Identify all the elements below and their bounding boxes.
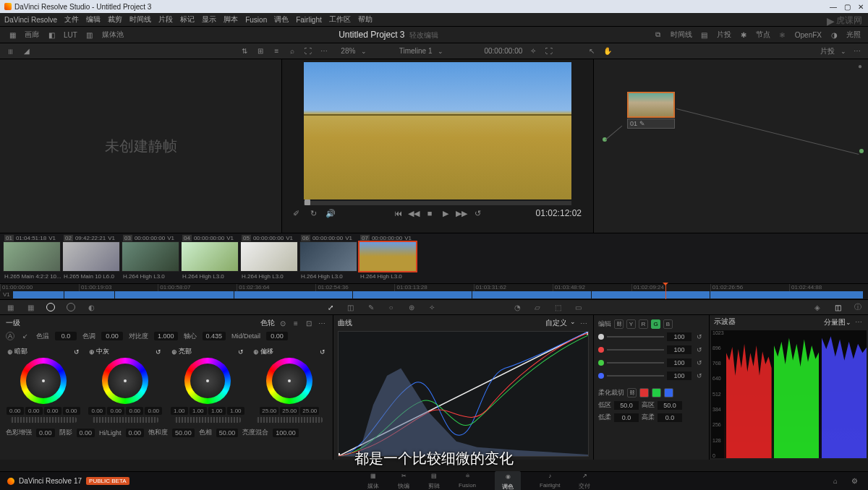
info-tab[interactable]: ⓘ	[848, 300, 868, 314]
softclip-b[interactable]	[664, 388, 673, 397]
reset-icon[interactable]: ↺	[694, 358, 705, 368]
window-close-icon[interactable]: ✕	[858, 3, 864, 11]
channel-y[interactable]: Y	[626, 319, 636, 329]
expand-icon[interactable]: ⛶	[303, 46, 313, 56]
scopes-tab[interactable]: ◫	[827, 300, 848, 314]
viewer-image[interactable]	[304, 62, 571, 199]
scopes-mode[interactable]: 分量图	[824, 318, 846, 326]
camera-raw-tab[interactable]: ▦	[0, 300, 20, 314]
timeline-segment[interactable]	[64, 291, 116, 298]
page-交付[interactable]: ↗交付	[579, 471, 590, 491]
play-icon[interactable]: ▶	[441, 208, 451, 218]
keyframe-tab[interactable]: ◈	[807, 300, 827, 314]
primaries-mode[interactable]: 色轮	[260, 318, 275, 328]
softclip-high[interactable]	[658, 401, 682, 410]
tab-gallery[interactable]: 画廊	[25, 30, 39, 40]
menu-Fusion[interactable]: Fusion	[245, 16, 267, 24]
nodes-icon[interactable]: ✱	[739, 30, 749, 40]
search-icon[interactable]: ⌕	[287, 46, 297, 56]
menu-编辑[interactable]: 编辑	[86, 14, 101, 25]
stereo-tab[interactable]: ▭	[568, 300, 588, 314]
curves-tab[interactable]: ⤢	[320, 300, 341, 314]
node-output-icon[interactable]	[859, 149, 864, 153]
node-options-icon[interactable]: ⋯	[852, 46, 862, 56]
param-饱和度[interactable]: 50.00	[172, 429, 195, 437]
openfx-icon[interactable]: ⚛	[778, 30, 788, 40]
zoom-level[interactable]: 28%	[341, 47, 355, 55]
softclip-g[interactable]	[652, 388, 661, 397]
window-minimize-icon[interactable]: —	[830, 3, 837, 11]
channel-b[interactable]: B	[663, 319, 673, 329]
rgb-mixer-tab[interactable]: ◐	[81, 300, 101, 314]
color-match-tab[interactable]: ▦	[20, 300, 41, 314]
window-maximize-icon[interactable]: ▢	[844, 3, 851, 11]
step-back-icon[interactable]: ◀◀	[409, 208, 419, 218]
clip-thumb[interactable]: 0700:00:00:00V1H.264 High L3.0	[359, 235, 417, 280]
wheel-暗部[interactable]: ⊕暗部↺0.000.000.000.00	[7, 347, 80, 425]
panel-options-icon[interactable]: ⋯	[317, 318, 327, 328]
page-剪辑[interactable]: ▤剪辑	[428, 471, 440, 491]
page-媒体[interactable]: ▦媒体	[367, 471, 379, 491]
menu-文件[interactable]: 文件	[64, 14, 79, 25]
primaries-tab[interactable]	[41, 300, 61, 314]
loop-play-icon[interactable]: ↺	[472, 208, 482, 218]
tracking-tab[interactable]: ⊕	[401, 300, 422, 314]
param-色相[interactable]: 50.00	[216, 429, 239, 437]
thumbnail-timeline[interactable]: 0101:04:51:18V1H.265 Main 4:2:2 10...020…	[0, 233, 868, 283]
color-node[interactable]: 01 ✎	[627, 92, 675, 129]
clip-thumb[interactable]: 0600:00:00:00V1H.264 High L3.0	[299, 235, 357, 280]
viewer-expand-icon[interactable]: ⛶	[544, 46, 554, 56]
reset-icon[interactable]: ↺	[694, 345, 705, 355]
tab-timeline[interactable]: 时间线	[671, 30, 692, 40]
wheel-偏移[interactable]: ⊕偏移↺25.0025.0025.00	[253, 347, 326, 425]
curves-mode[interactable]: 自定义	[545, 318, 567, 328]
clip-thumb[interactable]: 0300:00:00:00V1H.264 High L3.0	[122, 235, 179, 280]
timeline-segment[interactable]	[13, 291, 64, 298]
clip-thumb[interactable]: 0209:42:22:21V1H.265 Main 10 L6.0	[62, 235, 120, 280]
channel-g[interactable]: G	[651, 319, 660, 329]
node-zoom-dot-icon[interactable]: ●	[858, 62, 862, 70]
page-调色[interactable]: ◉调色	[495, 471, 521, 491]
menu-脚本[interactable]: 脚本	[224, 14, 238, 25]
timeline-segment[interactable]	[710, 291, 864, 298]
clip-thumb[interactable]: 0400:00:00:00V1H.264 High L3.0	[181, 235, 239, 280]
tab-openfx[interactable]: OpenFX	[795, 31, 822, 39]
page-Fusion[interactable]: ⚛Fusion	[459, 471, 476, 491]
menu-帮助[interactable]: 帮助	[358, 14, 373, 25]
hand-icon[interactable]: ✋	[603, 46, 613, 56]
loop-icon[interactable]: ↻	[308, 208, 318, 218]
wheel-亮部[interactable]: ⊕亮部↺1.001.001.001.00	[171, 347, 244, 425]
timeline-segment[interactable]	[592, 291, 711, 298]
magic-mask-tab[interactable]: ✧	[422, 300, 442, 314]
clip-thumb[interactable]: 0500:00:00:00V1H.264 High L3.0	[240, 235, 298, 280]
timeline-segment[interactable]	[353, 291, 472, 298]
param-亮度混合[interactable]: 100.00	[273, 429, 299, 437]
node-editor[interactable]: 01 ✎ ●	[593, 59, 868, 233]
clips-icon[interactable]: ▤	[699, 30, 710, 40]
reset-icon[interactable]: ↺	[694, 332, 705, 342]
log-mode-icon[interactable]: ⊡	[304, 318, 314, 328]
menu-标记[interactable]: 标记	[180, 14, 195, 25]
softclip-low[interactable]	[614, 401, 639, 410]
hdr-tab[interactable]	[61, 300, 81, 314]
mute-icon[interactable]: 🔊	[326, 208, 336, 218]
qualifier-tab[interactable]: ✎	[361, 300, 381, 314]
sizing-tab[interactable]: ⬚	[548, 300, 568, 314]
tab-clips[interactable]: 片投	[717, 30, 731, 40]
home-icon[interactable]: ⌂	[830, 476, 841, 486]
timeline-segment[interactable]	[234, 291, 354, 298]
viewer-timecode[interactable]: 00:00:00:00	[484, 47, 522, 55]
param-色温[interactable]: 0.0	[55, 332, 77, 340]
eyedropper-icon[interactable]: ✧	[528, 46, 538, 56]
timeline-name[interactable]: Timeline 1	[399, 47, 433, 55]
softclip-hs[interactable]	[658, 413, 682, 422]
lut-icon[interactable]: ◧	[46, 30, 56, 40]
reset-icon[interactable]: ↺	[694, 371, 705, 381]
menu-裁剪[interactable]: 裁剪	[108, 14, 122, 25]
softclip-r[interactable]	[639, 388, 649, 397]
intensity-g[interactable]	[667, 358, 692, 367]
grid-icon[interactable]: ⊞	[255, 46, 265, 56]
menu-DaVinci Resolve[interactable]: DaVinci Resolve	[4, 16, 57, 24]
timeline-segment[interactable]	[472, 291, 592, 298]
key-tab[interactable]: ▱	[527, 300, 548, 314]
